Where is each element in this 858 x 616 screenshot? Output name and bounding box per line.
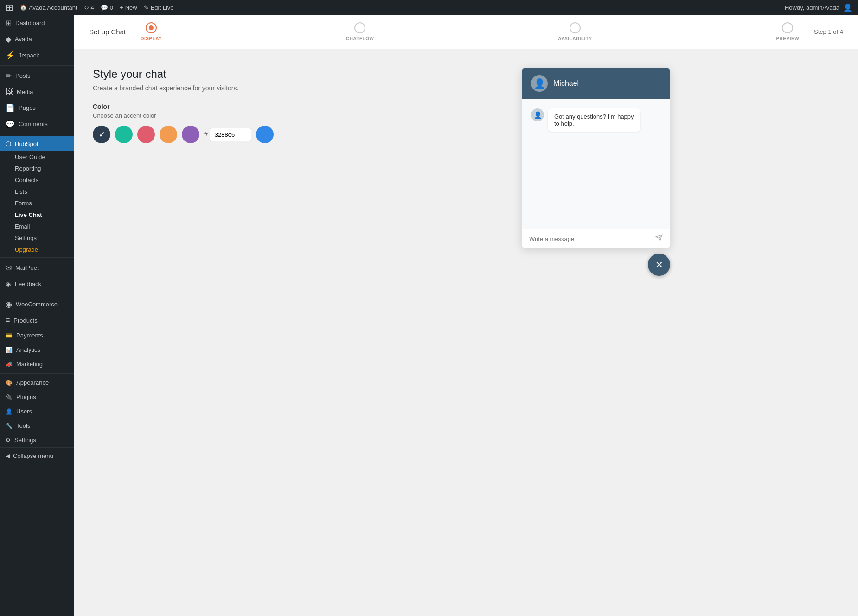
marketing-label: Marketing bbox=[16, 361, 43, 368]
sidebar-item-avada[interactable]: ◆ Avada bbox=[0, 31, 74, 47]
hubspot-contacts[interactable]: Contacts bbox=[4, 174, 74, 186]
setup-title: Set up Chat bbox=[89, 28, 126, 36]
user-avatar-icon: 👤 bbox=[843, 3, 852, 12]
users-label: Users bbox=[16, 408, 32, 415]
content-area: Set up Chat DISPLAY CHATFLOW bbox=[74, 15, 858, 616]
pages-icon: 📄 bbox=[6, 103, 15, 112]
step-display[interactable]: DISPLAY bbox=[141, 22, 162, 41]
tools-icon: 🔧 bbox=[6, 423, 13, 429]
step-circle-chatflow bbox=[354, 22, 365, 33]
step-circle-preview bbox=[782, 22, 793, 33]
hubspot-label: HubSpot bbox=[15, 140, 38, 147]
pages-label: Pages bbox=[19, 104, 36, 111]
posts-icon: ✏ bbox=[6, 71, 12, 80]
wp-icon: ⊞ bbox=[6, 2, 13, 13]
comments-count[interactable]: 💬 0 bbox=[101, 4, 113, 11]
swatch-purple[interactable] bbox=[182, 126, 199, 143]
admin-bar-right: Howdy, adminAvada 👤 bbox=[785, 3, 852, 12]
sidebar-item-woocommerce[interactable]: ◉ WooCommerce bbox=[0, 296, 74, 312]
step-circle-availability bbox=[570, 22, 581, 33]
section-subtitle: Create a branded chat experience for you… bbox=[93, 84, 325, 92]
step-availability[interactable]: AVAILABILITY bbox=[558, 22, 592, 41]
sidebar-item-payments[interactable]: 💳 Payments bbox=[0, 328, 74, 343]
sidebar-item-comments[interactable]: 💬 Comments bbox=[0, 116, 74, 132]
swatch-teal[interactable] bbox=[115, 126, 133, 143]
step-count: Step 1 of 4 bbox=[814, 28, 843, 35]
sidebar-item-settings[interactable]: ⚙ Settings bbox=[0, 433, 74, 447]
pencil-icon: ✎ bbox=[144, 4, 149, 11]
swatch-red[interactable] bbox=[137, 126, 155, 143]
edit-live-button[interactable]: ✎ Edit Live bbox=[144, 4, 174, 11]
sidebar-item-pages[interactable]: 📄 Pages bbox=[0, 100, 74, 116]
bot-avatar-icon: 👤 bbox=[534, 111, 542, 119]
refresh-icon: ↻ bbox=[84, 4, 89, 11]
sidebar-item-mailpoet[interactable]: ✉ MailPoet bbox=[0, 260, 74, 276]
plugins-icon: 🔌 bbox=[6, 394, 13, 400]
swatch-dark-blue[interactable]: ✓ bbox=[93, 126, 110, 143]
sidebar-item-feedback[interactable]: ◈ Feedback bbox=[0, 276, 74, 292]
hubspot-email[interactable]: Email bbox=[4, 221, 74, 232]
chat-agent-name: Michael bbox=[553, 79, 579, 88]
appearance-icon: 🎨 bbox=[6, 380, 13, 386]
chat-avatar: 👤 bbox=[531, 75, 548, 92]
sidebar-item-marketing[interactable]: 📣 Marketing bbox=[0, 357, 74, 371]
plugins-label: Plugins bbox=[16, 394, 36, 400]
sidebar-item-dashboard[interactable]: ⊞ Dashboard bbox=[0, 15, 74, 31]
color-label: Color bbox=[93, 103, 325, 110]
chat-footer bbox=[522, 229, 670, 248]
new-label: New bbox=[125, 4, 137, 11]
chat-bubble: Got any questions? I'm happy to help. bbox=[548, 108, 640, 132]
products-icon: ≡ bbox=[6, 316, 10, 324]
wp-logo[interactable]: ⊞ bbox=[6, 2, 13, 13]
progress-steps: DISPLAY CHATFLOW AVAILABILITY bbox=[141, 22, 799, 41]
hubspot-upgrade[interactable]: Upgrade bbox=[4, 244, 74, 255]
step-dot-display bbox=[149, 25, 154, 30]
hubspot-settings[interactable]: Settings bbox=[4, 232, 74, 244]
sidebar-item-analytics[interactable]: 📊 Analytics bbox=[0, 343, 74, 357]
mailpoet-label: MailPoet bbox=[15, 264, 39, 271]
mailpoet-icon: ✉ bbox=[6, 263, 12, 272]
dashboard-label: Dashboard bbox=[15, 19, 45, 26]
analytics-icon: 📊 bbox=[6, 347, 13, 353]
chat-wrapper: 👤 Michael 👤 Got any questio bbox=[522, 68, 670, 308]
collapse-label: Collapse menu bbox=[13, 452, 53, 459]
sidebar-item-users[interactable]: 👤 Users bbox=[0, 404, 74, 419]
chat-msg-avatar: 👤 bbox=[531, 108, 544, 121]
chat-input[interactable] bbox=[529, 235, 652, 242]
collapse-menu[interactable]: ◀ Collapse menu bbox=[0, 447, 74, 464]
sidebar-item-hubspot[interactable]: ⬡ HubSpot bbox=[0, 136, 74, 151]
site-name[interactable]: 🏠 Avada Accountant bbox=[20, 4, 77, 11]
sidebar-item-posts[interactable]: ✏ Posts bbox=[0, 68, 74, 84]
hubspot-live-chat[interactable]: Live Chat bbox=[4, 209, 74, 221]
sidebar-item-tools[interactable]: 🔧 Tools bbox=[0, 419, 74, 433]
step-label-chatflow: CHATFLOW bbox=[346, 36, 374, 41]
update-count[interactable]: ↻ 4 bbox=[84, 4, 94, 11]
payments-icon: 💳 bbox=[6, 332, 13, 339]
step-circle-display bbox=[146, 22, 157, 33]
sidebar-item-appearance[interactable]: 🎨 Appearance bbox=[0, 375, 74, 390]
hubspot-user-guide[interactable]: User Guide bbox=[4, 151, 74, 163]
sidebar-item-plugins[interactable]: 🔌 Plugins bbox=[0, 390, 74, 404]
hubspot-forms[interactable]: Forms bbox=[4, 197, 74, 209]
color-preview-circle[interactable] bbox=[256, 126, 274, 143]
sidebar-item-media[interactable]: 🖼 Media bbox=[0, 84, 74, 100]
send-icon[interactable] bbox=[655, 234, 663, 243]
jetpack-label: Jetpack bbox=[19, 52, 39, 59]
left-panel: Style your chat Create a branded chat ex… bbox=[93, 68, 325, 597]
main-layout: ⊞ Dashboard ◆ Avada ⚡ Jetpack ✏ Posts 🖼 … bbox=[0, 15, 858, 616]
color-input[interactable] bbox=[210, 128, 251, 141]
plus-icon: + bbox=[120, 4, 123, 11]
swatch-orange[interactable] bbox=[160, 126, 177, 143]
sidebar-item-jetpack[interactable]: ⚡ Jetpack bbox=[0, 47, 74, 64]
step-chatflow[interactable]: CHATFLOW bbox=[346, 22, 374, 41]
hubspot-reporting[interactable]: Reporting bbox=[4, 163, 74, 174]
sidebar-item-products[interactable]: ≡ Products bbox=[0, 312, 74, 328]
new-button[interactable]: + New bbox=[120, 4, 137, 11]
hubspot-submenu: User Guide Reporting Contacts Lists Form… bbox=[0, 151, 74, 255]
comments-label: Comments bbox=[19, 121, 48, 127]
color-sub-label: Choose an accent color bbox=[93, 112, 325, 119]
chat-close-button[interactable]: ✕ bbox=[648, 254, 670, 276]
comments-icon: 💬 bbox=[6, 120, 15, 128]
hubspot-lists[interactable]: Lists bbox=[4, 186, 74, 197]
step-preview[interactable]: PREVIEW bbox=[776, 22, 799, 41]
